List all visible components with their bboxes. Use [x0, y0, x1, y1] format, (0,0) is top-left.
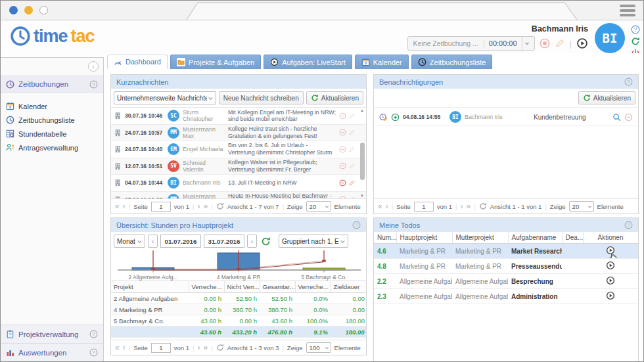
column-header[interactable]: Aktionen — [583, 232, 638, 244]
message-row[interactable]: 24.07.16 10:40EMEngel MichaelaBin von 2.… — [111, 141, 366, 158]
search-icon[interactable] — [612, 113, 621, 122]
tab-dashboard[interactable]: Dashboard — [107, 55, 168, 69]
window-control-minimize[interactable] — [24, 6, 33, 14]
user-avatar[interactable]: BI — [595, 23, 625, 53]
date-from-field[interactable]: 01.07.2016 — [160, 235, 201, 248]
column-header[interactable]: Mutterprojekt — [452, 232, 508, 244]
edit-message-icon[interactable] — [348, 146, 356, 153]
prev-period-button[interactable]: ‹ — [148, 235, 158, 248]
window-control-close[interactable] — [9, 6, 18, 14]
page-size-select[interactable]: 100 — [306, 342, 331, 353]
table-row[interactable]: 2 Allgemeine Aufgaben0.00 h52.50 h52.50 … — [111, 293, 367, 304]
sidebar-collapse-icon[interactable]: ‹ — [88, 61, 99, 72]
column-header[interactable]: Aufgabenname — [508, 232, 562, 244]
stop-tracking-icon[interactable] — [540, 38, 550, 49]
period-select[interactable]: Monat — [114, 235, 145, 248]
sidebar-section-zeitbuchungen[interactable]: Zeitbuchungen ? — [1, 76, 103, 93]
next-page-icon[interactable]: › — [198, 344, 200, 351]
message-list-scrollbar[interactable]: ▲▼ — [359, 108, 365, 198]
sidebar-item-stundentabelle[interactable]: Stundentabelle — [6, 127, 98, 141]
message-row[interactable]: 30.07.16 10:46SCSturm ChristopherMit Kol… — [111, 108, 366, 125]
first-page-icon[interactable]: « — [115, 344, 120, 351]
column-header[interactable]: Verreche... — [295, 281, 331, 293]
page-input[interactable] — [414, 202, 434, 212]
edit-message-icon[interactable] — [348, 112, 356, 120]
delete-message-icon[interactable] — [339, 162, 346, 170]
next-period-button[interactable]: › — [247, 235, 257, 248]
last-page-icon[interactable]: » — [204, 202, 208, 210]
last-page-icon[interactable]: » — [467, 202, 471, 210]
chevron-down-icon[interactable] — [522, 37, 534, 50]
refresh-icon[interactable] — [216, 344, 224, 351]
add-icon[interactable] — [391, 113, 400, 122]
message-row[interactable]: 24.07.16 10:57MMMustermann MaxKollege He… — [111, 125, 366, 142]
delete-message-icon[interactable] — [339, 179, 346, 187]
message-row[interactable]: 27.06.16 10:38MMMustermann MaxHeute In-H… — [111, 192, 366, 199]
help-icon[interactable]: ? — [631, 25, 640, 34]
help-icon[interactable]: ? — [624, 221, 633, 229]
refresh-messages-button[interactable]: Aktualisieren — [306, 91, 363, 104]
help-icon[interactable]: ? — [352, 221, 361, 229]
delete-message-icon[interactable] — [339, 129, 346, 136]
sidebar-item-antragsverwaltung[interactable]: Antragsverwaltung — [6, 141, 98, 154]
sidebar-section-projektverwaltung[interactable]: Projektverwaltung? — [1, 325, 103, 343]
prev-page-icon[interactable]: ‹ — [123, 202, 126, 210]
sidebar-item-zeitbuchungsliste[interactable]: Zeitbuchungsliste — [6, 113, 98, 127]
help-icon[interactable]: ? — [89, 80, 98, 89]
start-task-icon[interactable] — [606, 276, 615, 285]
page-size-select[interactable]: 20 — [569, 201, 594, 212]
todo-row[interactable]: 2.2Allgemeine AufgabenAllgemeine Aufgabe… — [374, 274, 638, 289]
scroll-up-icon[interactable]: ▲ — [360, 108, 364, 112]
column-header[interactable]: Gesamtar... — [260, 281, 295, 293]
window-control-maximize[interactable] — [39, 6, 48, 14]
window-controls[interactable] — [9, 6, 48, 14]
new-message-button[interactable]: Neue Nachricht schreiben — [219, 91, 304, 104]
todo-row[interactable]: 4.8Marketing & PRMarketing & PRPresseaus… — [374, 259, 638, 274]
delete-message-icon[interactable] — [339, 196, 346, 198]
help-icon[interactable]: ? — [89, 348, 98, 357]
edit-message-icon[interactable] — [348, 196, 356, 198]
last-page-icon[interactable]: » — [204, 344, 208, 351]
edit-message-icon[interactable] — [348, 179, 356, 187]
browser-menu-icon[interactable] — [620, 5, 635, 18]
tab-zeitbuchungsliste[interactable]: Zeitbuchungsliste — [411, 55, 493, 69]
tracking-selector[interactable]: Keine Zeitbuchung ... 00:00:00 — [407, 36, 535, 51]
refresh-icon[interactable] — [479, 202, 487, 210]
scrollbar-thumb[interactable] — [360, 143, 365, 180]
next-page-icon[interactable]: › — [198, 202, 200, 210]
refresh-icon[interactable] — [216, 202, 224, 210]
edit-message-icon[interactable] — [348, 129, 356, 136]
edit-booking-icon[interactable] — [555, 38, 565, 49]
refresh-chart-icon[interactable] — [261, 237, 271, 246]
tab-projekte-aufgaben[interactable]: Projekte & Aufgaben — [170, 55, 261, 69]
prev-page-icon[interactable]: ‹ — [386, 202, 388, 210]
column-header[interactable]: Verreche... — [189, 281, 224, 293]
message-row[interactable]: 04.07.16 10:44BIBachmann Iris13. Juli IT… — [111, 175, 366, 192]
notification-row[interactable]: 04.08.16 14:55BIBachmann IrisKundenbetre… — [374, 109, 638, 125]
next-page-icon[interactable]: › — [461, 202, 463, 210]
column-header[interactable]: Dea... — [562, 232, 583, 244]
column-header[interactable]: Num... — [374, 232, 396, 244]
dismiss-icon[interactable] — [624, 113, 633, 122]
column-header[interactable]: Projekt — [111, 281, 189, 293]
column-header[interactable]: Hauptprojekt — [396, 232, 452, 244]
help-icon[interactable]: ? — [89, 330, 98, 338]
delete-message-icon[interactable] — [339, 146, 346, 153]
refresh-icon[interactable] — [631, 37, 640, 46]
column-header[interactable]: Nicht Verr... — [224, 281, 260, 293]
todo-row[interactable]: 4.6Marketing & PRMarketing & PRMarket Re… — [374, 244, 638, 259]
sidebar-section-auswertungen[interactable]: Auswertungen? — [1, 343, 103, 361]
start-task-icon[interactable] — [606, 291, 615, 300]
message-row[interactable]: 12.07.16 10:51SVSchmied ValentinKollegin… — [111, 158, 366, 175]
scroll-down-icon[interactable]: ▼ — [360, 194, 364, 198]
first-page-icon[interactable]: « — [115, 202, 120, 210]
tab-aufgaben-livestart[interactable]: Aufgaben: LiveStart — [264, 55, 352, 69]
table-row[interactable]: 5 Bachmayr & Co.43.60 h0.00 h43.60 h100.… — [111, 315, 367, 327]
delete-message-icon[interactable] — [339, 112, 346, 120]
edit-message-icon[interactable] — [348, 162, 356, 170]
page-input[interactable] — [151, 202, 171, 212]
refresh-notifications-button[interactable]: Aktualisieren — [578, 91, 635, 104]
help-icon[interactable]: ? — [624, 78, 633, 86]
sidebar-item-kalender[interactable]: 3Kalender — [6, 99, 98, 113]
date-to-field[interactable]: 31.07.2016 — [204, 235, 244, 248]
